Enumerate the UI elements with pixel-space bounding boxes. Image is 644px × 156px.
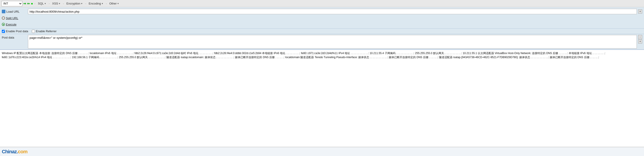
url-plus-button[interactable]: +: [638, 10, 642, 14]
arrow-left-icon: ⇐: [27, 2, 30, 6]
sql-arrow-icon: ▼: [44, 2, 46, 5]
enable-referrer-label[interactable]: Enable Referrer: [32, 30, 56, 33]
enable-referrer-text: Enable Referrer: [36, 30, 56, 33]
enable-post-data-text: Enable Post data: [6, 30, 28, 33]
split-url-label: Split URL: [6, 16, 18, 20]
main-container: Load URL + Split URL Execute Enable Post…: [0, 7, 644, 156]
encryption-menu-item[interactable]: Encryption ▼: [66, 1, 84, 6]
xss-arrow-icon: ▼: [58, 2, 60, 5]
enable-referrer-checkbox[interactable]: [32, 30, 35, 33]
post-minus-button[interactable]: -: [638, 35, 642, 39]
enable-post-data-checkbox[interactable]: [2, 30, 5, 33]
separator-2: -: [49, 2, 50, 5]
separator-3: -: [63, 2, 64, 5]
arrow-right-icon: ⇒: [23, 2, 26, 6]
encoding-arrow-icon: ▼: [101, 2, 103, 5]
split-url-button[interactable]: Split URL: [2, 16, 26, 20]
separator-4: -: [85, 2, 86, 5]
brand-blue: Chinaz: [2, 149, 17, 154]
post-data-label: Post data: [2, 35, 26, 48]
execute-button[interactable]: Execute: [2, 23, 26, 26]
other-arrow-icon: ▼: [117, 2, 119, 5]
post-data-input[interactable]: [28, 35, 637, 48]
brand-orange: com: [18, 149, 27, 154]
sql-label: SQL: [38, 2, 44, 5]
xss-label: XSS: [52, 2, 58, 5]
other-menu-item[interactable]: Other ▼: [108, 1, 120, 6]
execute-label: Execute: [6, 23, 16, 26]
execute-icon: [2, 23, 5, 26]
sql-menu-item[interactable]: SQL ▼: [37, 1, 47, 6]
url-input[interactable]: [28, 9, 637, 14]
toolbar: INTSTRINGFLOATBOOLEAN ⇒ ⇐ ● - SQL ▼ - XS…: [0, 0, 644, 7]
post-side-buttons: - +: [638, 35, 642, 48]
encoding-menu-item[interactable]: Encoding ▼: [88, 1, 104, 6]
load-url-row: Load URL +: [0, 8, 644, 15]
type-dropdown[interactable]: INTSTRINGFLOATBOOLEAN: [1, 1, 22, 6]
options-row: Enable Post data Enable Referrer: [0, 29, 644, 34]
execute-row: Execute: [0, 21, 644, 28]
split-url-row: Split URL: [0, 15, 644, 21]
load-url-icon: [2, 10, 6, 13]
xss-menu-item[interactable]: XSS ▼: [51, 1, 62, 6]
post-plus-button[interactable]: +: [638, 40, 642, 44]
load-url-button[interactable]: Load URL: [2, 10, 26, 13]
output-text: Windows IP 配置以太网适配器 本地连接: 连接特定的 DNS 后缀 .…: [2, 51, 642, 59]
dot-icon: ●: [31, 2, 33, 6]
brand: Chinaz.com: [2, 149, 28, 155]
load-url-label: Load URL: [6, 10, 20, 13]
separator-1: -: [34, 2, 36, 5]
encoding-label: Encoding: [88, 2, 101, 5]
encryption-arrow-icon: ▼: [81, 2, 83, 5]
split-url-icon: [2, 16, 5, 20]
separator-5: -: [106, 2, 107, 5]
url-section: Load URL + Split URL Execute: [0, 7, 644, 29]
other-label: Other: [109, 2, 117, 5]
output-area: Windows IP 配置以太网适配器 本地连接: 连接特定的 DNS 后缀 .…: [0, 50, 644, 147]
bottom-bar: Chinaz.com: [0, 147, 644, 156]
post-data-section: Post data - +: [0, 34, 644, 50]
encryption-label: Encryption: [66, 2, 80, 5]
enable-post-data-label[interactable]: Enable Post data: [2, 30, 28, 33]
